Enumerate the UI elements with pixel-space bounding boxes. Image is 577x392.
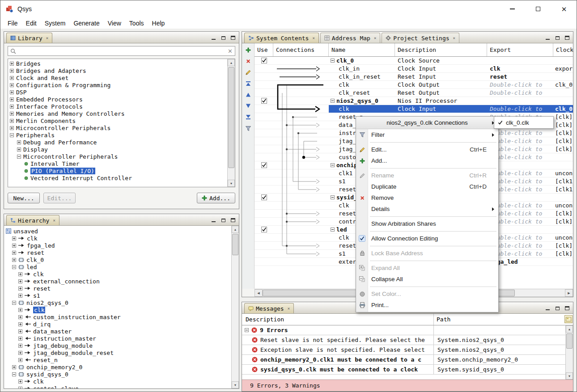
- hierarchy-item[interactable]: sysid_qsys_0: [5, 371, 231, 378]
- library-item[interactable]: Vectored Interrupt Controller: [8, 174, 227, 181]
- clock-cell[interactable]: [553, 153, 573, 161]
- close-tab-icon[interactable]: ✕: [53, 218, 55, 223]
- export-cell[interactable]: reset: [487, 73, 553, 80]
- message-row[interactable]: Exception slave is not specified. Please…: [242, 345, 565, 355]
- menu-item-rename[interactable]: RenameCtrl+R: [356, 170, 498, 181]
- library-item[interactable]: Clock and Reset: [8, 74, 227, 81]
- menu-item-add[interactable]: Add...: [356, 155, 498, 166]
- use-checkbox[interactable]: [261, 58, 267, 63]
- menu-item-lock-base-address[interactable]: Lock Base Address: [356, 248, 498, 259]
- close-tab-icon[interactable]: ✕: [46, 36, 48, 40]
- tab-messages[interactable]: Messages ✕: [244, 303, 294, 313]
- clock-cell[interactable]: [clk]: [553, 121, 573, 129]
- connections-graphic[interactable]: [273, 57, 329, 266]
- library-item[interactable]: Display: [8, 146, 227, 153]
- move-bottom-icon[interactable]: [244, 113, 252, 121]
- library-item[interactable]: Interface Protocols: [8, 103, 227, 110]
- export-cell[interactable]: Double-click to: [487, 89, 553, 97]
- menu-item-set-color[interactable]: Set Color...: [356, 288, 498, 299]
- clock-cell[interactable]: [clk]: [553, 250, 573, 257]
- clear-search-icon[interactable]: ✕: [228, 48, 233, 54]
- message-row[interactable]: Reset slave is not specified. Please sel…: [242, 335, 565, 345]
- library-item[interactable]: Interval Timer: [8, 160, 227, 167]
- scroll-up-icon[interactable]: ▲: [228, 59, 235, 66]
- hierarchy-item[interactable]: reset_n: [5, 356, 231, 363]
- library-item[interactable]: Debug and Performance: [8, 139, 227, 146]
- clock-cell[interactable]: [clk]: [553, 113, 573, 121]
- menu-system[interactable]: System: [41, 18, 70, 29]
- move-up-icon[interactable]: [244, 91, 252, 99]
- clock-cell[interactable]: [553, 97, 573, 105]
- menu-item-show-arbitration-shares[interactable]: Show Arbitration Shares: [356, 218, 498, 229]
- export-cell[interactable]: Double-click to: [487, 81, 553, 89]
- library-item[interactable]: Memories and Memory Controllers: [8, 110, 227, 117]
- clock-cell[interactable]: [clk]: [553, 145, 573, 153]
- panel-minimize-button[interactable]: [544, 305, 551, 311]
- context-menu-connections-item[interactable]: nios2_qsys_0.clk Connections: [356, 117, 498, 129]
- clock-cell[interactable]: [clk]: [553, 218, 573, 225]
- hierarchy-item[interactable]: s1: [5, 292, 231, 299]
- tab-address-map[interactable]: Address Map ✕: [320, 33, 381, 43]
- panel-float-button[interactable]: [220, 217, 227, 223]
- new-button[interactable]: New...: [8, 193, 40, 203]
- message-row[interactable]: onchip_memory2_0.clk1 must be connected …: [242, 355, 565, 365]
- export-cell[interactable]: Double-click to: [487, 105, 553, 113]
- scroll-down-icon[interactable]: ▼: [228, 180, 235, 187]
- menu-item-collapse-all[interactable]: Collapse All: [356, 274, 498, 285]
- scroll-thumb[interactable]: [566, 333, 573, 349]
- hierarchy-item[interactable]: led: [5, 263, 231, 270]
- library-item[interactable]: Merlin Components: [8, 117, 227, 124]
- edit-button[interactable]: Edit...: [43, 193, 76, 203]
- clock-cell[interactable]: [clk]: [553, 137, 573, 145]
- use-checkbox[interactable]: [261, 162, 267, 168]
- hierarchy-item[interactable]: clk: [5, 306, 231, 313]
- clock-cell[interactable]: unconnected: [553, 202, 573, 209]
- clock-cell[interactable]: [clk]: [553, 242, 573, 249]
- hierarchy-item[interactable]: fpga_led: [5, 242, 231, 249]
- edit-icon[interactable]: [244, 68, 252, 76]
- hierarchy-item[interactable]: reset: [5, 249, 231, 256]
- clock-cell[interactable]: [clk]: [553, 210, 573, 217]
- menu-edit[interactable]: Edit: [22, 18, 41, 29]
- clock-cell[interactable]: [553, 73, 573, 80]
- clock-cell[interactable]: unconnected: [553, 169, 573, 177]
- menu-item-allow-connection-editing[interactable]: Allow Connection Editing: [356, 233, 498, 244]
- scroll-left-icon[interactable]: ◀: [255, 289, 263, 297]
- clock-cell[interactable]: [553, 161, 573, 169]
- clock-cell[interactable]: [553, 258, 573, 266]
- scroll-up-icon[interactable]: ▲: [566, 325, 573, 333]
- add-icon[interactable]: [244, 46, 252, 54]
- hierarchy-item[interactable]: nios2_qsys_0: [5, 299, 231, 306]
- close-button[interactable]: ✕: [551, 0, 577, 18]
- scroll-thumb[interactable]: [228, 67, 234, 168]
- clock-cell[interactable]: [clk1]: [553, 185, 573, 193]
- library-item[interactable]: Bridges and Adapters: [8, 67, 227, 74]
- menu-help[interactable]: Help: [148, 18, 169, 29]
- scroll-down-icon[interactable]: ▼: [566, 372, 573, 379]
- panel-minimize-button[interactable]: [544, 34, 551, 41]
- scroll-thumb[interactable]: [232, 234, 238, 255]
- scroll-up-icon[interactable]: ▲: [232, 226, 239, 233]
- menu-item-duplicate[interactable]: DuplicateCtrl+D: [356, 181, 498, 192]
- menu-item-edit[interactable]: Edit...Ctrl+E: [356, 144, 498, 155]
- export-cell[interactable]: clk: [487, 65, 553, 72]
- hierarchy-item[interactable]: unsaved: [5, 228, 231, 235]
- close-tab-icon[interactable]: ✕: [374, 36, 376, 40]
- search-input[interactable]: [18, 48, 226, 55]
- panel-maximize-button[interactable]: [229, 34, 237, 41]
- library-item[interactable]: DSP: [8, 89, 227, 96]
- library-scrollbar[interactable]: ▲ ▼: [227, 59, 235, 187]
- submenu-item-connection[interactable]: clk_0.clk: [506, 119, 529, 126]
- close-tab-icon[interactable]: ✕: [312, 36, 314, 40]
- close-tab-icon[interactable]: ✕: [288, 306, 290, 311]
- library-item[interactable]: Peripherals: [8, 131, 227, 139]
- library-item[interactable]: Microcontroller Peripherals: [8, 124, 227, 131]
- clock-cell[interactable]: clk_0: [553, 81, 573, 89]
- export-cell[interactable]: [487, 97, 553, 105]
- messages-scrollbar[interactable]: ▲ ▼: [565, 325, 573, 379]
- clock-cell[interactable]: unconnected: [553, 234, 573, 241]
- hierarchy-item[interactable]: clk_0: [5, 256, 231, 263]
- tab-system-contents[interactable]: System Contents ✕: [244, 33, 319, 43]
- panel-float-button[interactable]: [220, 34, 227, 41]
- hierarchy-scrollbar[interactable]: ▲ ▼: [231, 226, 239, 388]
